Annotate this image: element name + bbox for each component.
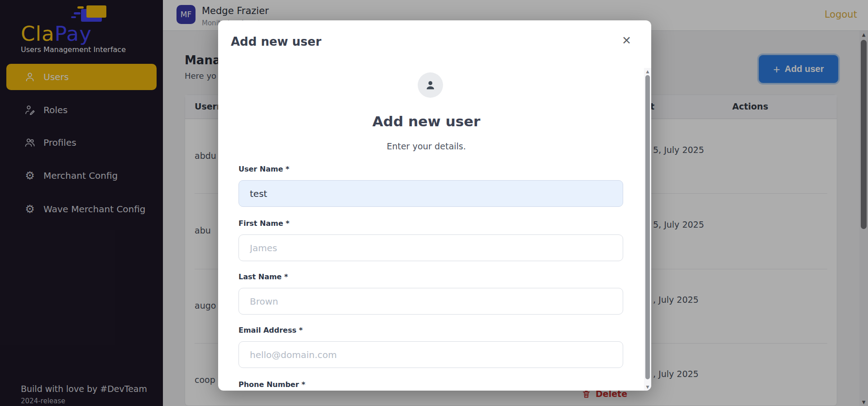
modal-heading: Add new user — [218, 113, 634, 129]
scroll-up-icon[interactable]: ▲ — [644, 69, 651, 74]
username-label: User Name * — [238, 165, 289, 173]
phone-label: Phone Number * — [238, 380, 305, 389]
first-name-field[interactable] — [238, 234, 623, 261]
username-field[interactable] — [238, 180, 623, 207]
add-user-modal: Add new user ✕ Add new user Enter your d… — [218, 20, 651, 391]
person-icon — [424, 79, 436, 91]
email-label: Email Address * — [238, 326, 303, 334]
last-name-field[interactable] — [238, 288, 623, 315]
modal-scrollbar[interactable]: ▲ ▼ — [644, 68, 651, 391]
modal-avatar — [418, 72, 443, 98]
last-name-label: Last Name * — [238, 272, 288, 281]
first-name-label: First Name * — [238, 219, 290, 228]
modal-scrollbar-thumb[interactable] — [645, 75, 650, 379]
modal-subtitle: Enter your details. — [218, 141, 634, 151]
modal-title: Add new user — [231, 35, 321, 48]
app-root: ClaPay Users Management Interface Users … — [0, 0, 868, 406]
email-field[interactable] — [238, 341, 623, 368]
close-icon[interactable]: ✕ — [622, 34, 631, 47]
